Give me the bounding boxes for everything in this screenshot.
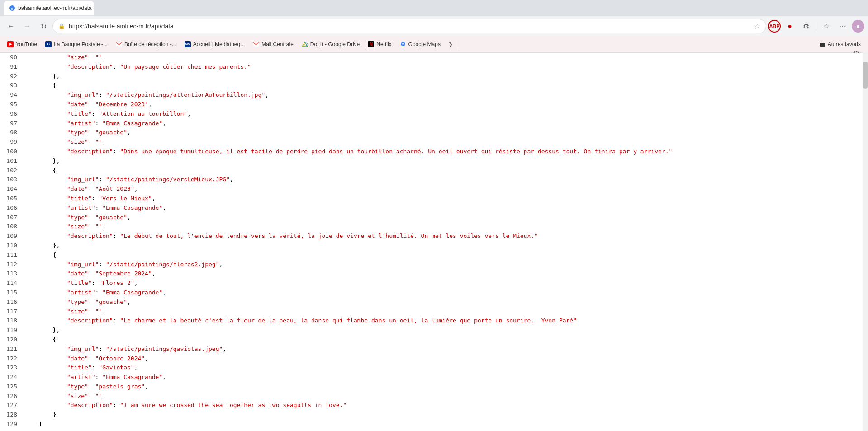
table-row: 97 "artist": "Emma Casagrande",	[0, 119, 868, 128]
bookmark-mail-centrale-label: Mail Centrale	[261, 41, 294, 47]
svg-text:b: b	[11, 7, 14, 11]
nav-bar: ← → ↻ 🔒 https://balsamite.aioli.ec-m.fr/…	[0, 16, 868, 36]
line-content: "description": "Le charme et la beauté c…	[23, 316, 868, 326]
json-content: 90 "size": "",91 "description": "Un pays…	[0, 53, 868, 431]
opera-icon[interactable]: ●	[783, 19, 797, 33]
line-content: "title": "Vers le Mieux",	[23, 194, 868, 204]
line-content: "date": "Décembre 2023",	[23, 100, 868, 109]
table-row: 110 },	[0, 241, 868, 251]
bookmark-google-drive[interactable]: Do_It - Google Drive	[298, 39, 363, 49]
line-content: "size": "",	[23, 222, 868, 232]
table-row: 99 "size": "",	[0, 137, 868, 147]
bookmark-banque-postale[interactable]: B La Banque Postale -...	[42, 39, 111, 49]
scrollbar-thumb[interactable]	[863, 62, 868, 89]
mediatheque-favicon: MN	[185, 41, 191, 47]
bookmark-google-maps[interactable]: Google Maps	[396, 39, 444, 49]
line-number: 100	[0, 147, 23, 156]
line-number: 113	[0, 269, 23, 279]
line-content: "img_url": "/static/paintings/versLeMieu…	[23, 175, 868, 185]
line-content: "img_url": "/static/paintings/gaviotas.j…	[23, 345, 868, 354]
bookmarks-divider	[459, 40, 459, 49]
line-number: 96	[0, 109, 23, 119]
line-content: },	[23, 326, 868, 335]
bookmarks-button[interactable]: ☆	[819, 19, 834, 33]
star-icon[interactable]: ☆	[754, 22, 760, 31]
line-content: {	[23, 81, 868, 90]
bookmark-mediatheque[interactable]: MN Accueil | Mediatheq...	[181, 39, 249, 49]
line-content: ]	[23, 420, 868, 429]
line-content: "size": "",	[23, 392, 868, 401]
table-row: 98 "type": "gouache",	[0, 128, 868, 137]
line-number: 103	[0, 175, 23, 185]
table-row: 105 "title": "Vers le Mieux",	[0, 194, 868, 204]
line-content: "description": "I am sure we crossed the…	[23, 401, 868, 410]
line-number: 92	[0, 72, 23, 81]
bookmark-netflix[interactable]: N Netflix	[364, 39, 395, 49]
table-row: 107 "type": "gouache",	[0, 213, 868, 223]
line-number: 129	[0, 420, 23, 429]
bookmark-drive-label: Do_It - Google Drive	[310, 41, 360, 47]
line-content: "title": "Gaviotas",	[23, 363, 868, 373]
tab-favicon: b	[9, 5, 15, 11]
line-number: 105	[0, 194, 23, 204]
line-number: 94	[0, 90, 23, 100]
line-content: "type": "gouache",	[23, 298, 868, 307]
bookmarks-bar: YouTube B La Banque Postale -... Boîte d…	[0, 36, 868, 52]
back-button[interactable]: ←	[4, 19, 18, 33]
table-row: 113 "date": "Septembre 2024",	[0, 269, 868, 279]
table-row: 112 "img_url": "/static/paintings/flores…	[0, 260, 868, 270]
youtube-favicon	[7, 41, 14, 47]
active-tab[interactable]: b balsamite.aioli.ec-m.fr/api/data	[4, 1, 94, 15]
bookmark-maps-label: Google Maps	[408, 41, 441, 47]
line-content: },	[23, 72, 868, 81]
tab-bar: b balsamite.aioli.ec-m.fr/api/data	[0, 0, 868, 16]
line-number: 97	[0, 119, 23, 128]
line-content: "date": "Octobre 2024",	[23, 354, 868, 364]
bookmark-youtube[interactable]: YouTube	[4, 39, 41, 49]
table-row: 93 {	[0, 81, 868, 90]
table-row: 127 "description": "I am sure we crossed…	[0, 401, 868, 410]
line-number: 117	[0, 307, 23, 317]
line-number: 102	[0, 166, 23, 175]
bookmark-banque-label: La Banque Postale -...	[54, 41, 108, 47]
address-bar[interactable]: 🔒 https://balsamite.aioli.ec-m.fr/api/da…	[52, 19, 766, 33]
table-row: 123 "title": "Gaviotas",	[0, 363, 868, 373]
banque-favicon: B	[45, 41, 52, 47]
line-content: {	[23, 251, 868, 260]
more-bookmarks-button[interactable]: ❯	[445, 39, 456, 50]
line-number: 115	[0, 288, 23, 298]
more-button[interactable]: ⋯	[835, 19, 850, 33]
table-row: 102 {	[0, 166, 868, 175]
bookmark-others[interactable]: 🖿 Autres favoris	[816, 39, 864, 50]
line-content: "date": "Août 2023",	[23, 185, 868, 194]
line-number: 112	[0, 260, 23, 270]
extensions-button[interactable]: ⚙	[799, 19, 813, 33]
line-content: "description": "Dans une époque tumultue…	[23, 147, 868, 156]
line-content: "title": "Attention au tourbillon",	[23, 109, 868, 119]
bookmark-gmail[interactable]: Boîte de réception -...	[112, 39, 180, 49]
mail-centrale-favicon	[253, 41, 259, 47]
line-content: "description": "Le début de tout, l'envi…	[23, 232, 868, 241]
line-content: }	[23, 410, 868, 420]
adblock-button[interactable]: ABP	[768, 20, 781, 33]
line-number: 121	[0, 345, 23, 354]
line-number: 128	[0, 410, 23, 420]
line-number: 127	[0, 401, 23, 410]
line-content: "size": "",	[23, 53, 868, 62]
line-content: "date": "Septembre 2024",	[23, 269, 868, 279]
bookmark-mail-centrale[interactable]: Mail Centrale	[249, 39, 297, 49]
line-number: 123	[0, 363, 23, 373]
netflix-favicon: N	[368, 41, 374, 47]
profile-button[interactable]: ●	[852, 20, 864, 33]
forward-button[interactable]: →	[20, 19, 34, 33]
tab-title: balsamite.aioli.ec-m.fr/api/data	[18, 5, 92, 11]
line-number: 95	[0, 100, 23, 109]
folder-icon: 🖿	[819, 41, 825, 48]
reload-button[interactable]: ↻	[36, 19, 51, 33]
bookmark-netflix-label: Netflix	[376, 41, 391, 47]
line-number: 111	[0, 251, 23, 260]
line-number: 124	[0, 373, 23, 382]
line-number: 110	[0, 241, 23, 251]
scrollbar-track[interactable]	[863, 52, 868, 431]
table-row: 124 "artist": "Emma Casagrande",	[0, 373, 868, 382]
